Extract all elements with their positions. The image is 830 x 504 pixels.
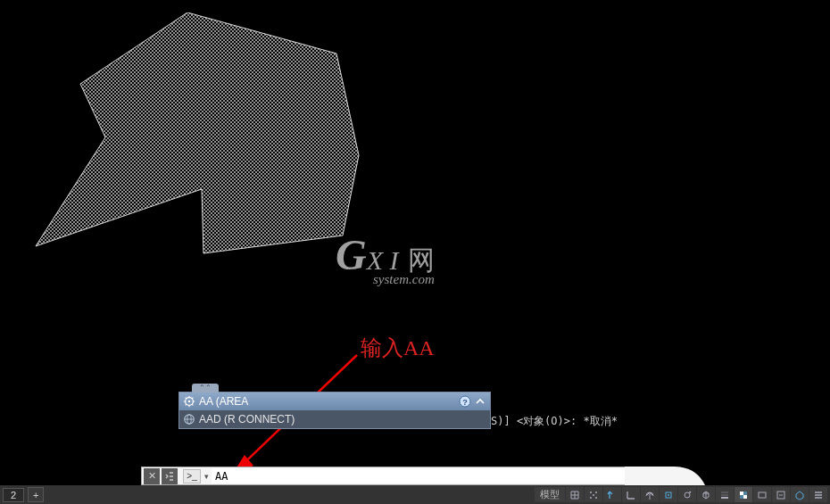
watermark-big: G [336, 230, 367, 279]
autocomplete-item-label: AAD (R CONNECT) [199, 413, 295, 426]
hatched-polygon [29, 12, 368, 262]
chevron-up-icon[interactable] [474, 395, 486, 408]
osnap-icon[interactable] [660, 487, 677, 502]
add-layout-button[interactable]: + [28, 487, 44, 502]
watermark-sub: system.com [373, 272, 435, 287]
units-icon[interactable] [772, 487, 790, 502]
qp-icon[interactable] [753, 487, 771, 502]
watermark: G X I 网 system.com [336, 230, 435, 287]
drawing-canvas[interactable]: G X I 网 system.com 输入AA ⌃⌃ AA (AREA ? [0, 0, 830, 467]
workspace-icon[interactable] [791, 487, 809, 502]
status-bar: 2 + 模型 [0, 485, 830, 504]
svg-rect-23 [759, 492, 766, 498]
chevron-down-icon[interactable]: ▾ [201, 472, 212, 481]
menu-icon[interactable] [809, 487, 827, 502]
customize-icon[interactable] [162, 468, 178, 484]
annotation-label: 输入AA [361, 334, 435, 362]
autocomplete-item-label: AA (AREA [199, 395, 248, 408]
svg-rect-22 [743, 495, 747, 499]
svg-point-15 [590, 497, 592, 499]
watermark-cn: 网 [408, 245, 435, 275]
prompt-icon[interactable]: >_ [183, 469, 201, 483]
polar-icon[interactable] [641, 487, 659, 502]
svg-text:?: ? [462, 398, 468, 407]
globe-icon [183, 413, 195, 426]
snap-icon[interactable] [585, 487, 602, 502]
autocomplete-item[interactable]: AAD (R CONNECT) [179, 410, 490, 428]
command-bar-tail [625, 467, 705, 485]
gear-icon [183, 395, 195, 408]
model-button[interactable]: 模型 [535, 487, 565, 502]
svg-point-17 [593, 494, 594, 496]
command-input[interactable] [212, 468, 638, 483]
svg-point-19 [668, 494, 669, 496]
3dosnap-icon[interactable] [697, 487, 715, 502]
close-icon[interactable]: ✕ [144, 468, 160, 484]
lineweight-icon[interactable] [716, 487, 734, 502]
svg-marker-3 [36, 12, 359, 253]
limit-icon[interactable] [603, 487, 621, 502]
svg-point-13 [590, 492, 592, 493]
ortho-icon[interactable] [622, 487, 640, 502]
help-icon[interactable]: ? [459, 395, 471, 408]
autocomplete-handle[interactable]: ⌃⌃ [192, 384, 219, 392]
command-line-bar: ✕ >_ ▾ [141, 467, 639, 485]
layout-tab[interactable]: 2 [3, 488, 24, 502]
cycle-icon[interactable] [678, 487, 696, 502]
autocomplete-popup: ⌃⌃ AA (AREA ? AAD (R CONNECT) [178, 392, 491, 429]
svg-point-7 [188, 401, 191, 403]
transparency-icon[interactable] [735, 487, 752, 502]
watermark-mid: X I [367, 245, 399, 275]
svg-point-14 [595, 492, 597, 493]
svg-point-16 [595, 497, 597, 499]
command-log-text: S)] <对象(O)>: *取消* [491, 414, 618, 429]
autocomplete-item-selected[interactable]: AA (AREA ? [179, 392, 490, 410]
svg-rect-21 [740, 492, 743, 495]
grid-icon[interactable] [566, 487, 584, 502]
